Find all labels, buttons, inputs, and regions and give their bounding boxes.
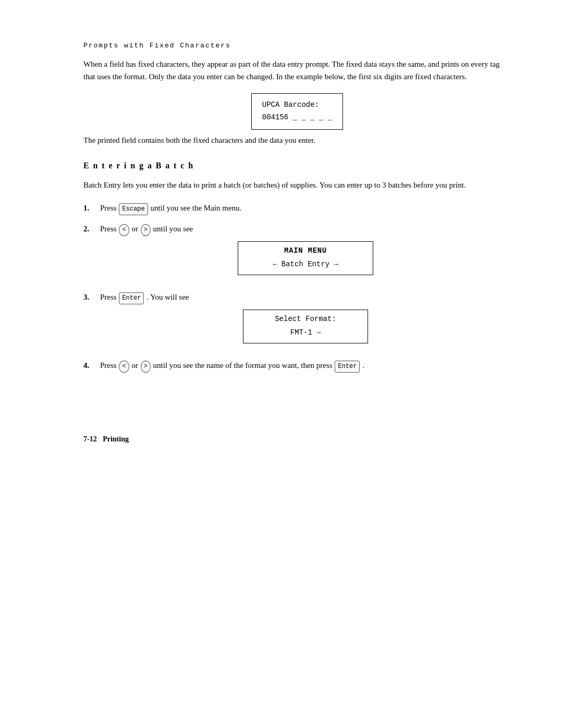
step-4-before: Press: [100, 361, 117, 369]
step-2-before: Press: [100, 225, 117, 233]
upca-line1: UPCA Barcode:: [262, 99, 332, 112]
main-menu-label: Batch Entry: [282, 258, 329, 270]
step-4: 4. Press < or > until you see the name o…: [83, 359, 511, 373]
enter-key-1: Enter: [119, 292, 144, 304]
step-1-before: Press: [100, 204, 117, 212]
step-2-after: until you see: [153, 225, 193, 233]
upca-display-box: UPCA Barcode: 004156 _ _ _ _ _: [251, 93, 343, 130]
step-1-content: Press Escape until you see the Main menu…: [100, 202, 511, 215]
prompts-section-title: Prompts with Fixed Characters: [83, 42, 511, 50]
step-3-content: Press Enter . You will see Select Format…: [100, 291, 511, 352]
step-3: 3. Press Enter . You will see Select For…: [83, 291, 511, 352]
step-3-after: . You will see: [146, 293, 189, 301]
select-format-box: Select Format: FMT-1 →: [243, 310, 368, 343]
main-menu-box: MAIN MENU ← Batch Entry →: [238, 241, 373, 275]
left-arrow-btn-1: <: [119, 224, 129, 236]
main-menu-left-arrow: ←: [273, 258, 277, 270]
upca-box-wrapper: UPCA Barcode: 004156 _ _ _ _ _: [83, 93, 511, 130]
select-format-label: FMT-1: [290, 327, 312, 338]
step-4-or: or: [131, 361, 138, 369]
step-2-or: or: [131, 225, 138, 233]
step-4-content: Press < or > until you see the name of t…: [100, 359, 511, 373]
escape-key: Escape: [119, 203, 148, 215]
step-3-before: Press: [100, 293, 117, 301]
select-format-row: FMT-1 →: [243, 326, 368, 342]
step-3-num: 3.: [83, 291, 98, 303]
step-2-content: Press < or > until you see MAIN MENU ← B…: [100, 223, 511, 283]
step-4-num: 4.: [83, 359, 98, 372]
step-1-after: until you see the Main menu.: [150, 204, 241, 212]
main-menu-title: MAIN MENU: [238, 242, 373, 257]
footer: 7-12 Printing: [83, 435, 511, 443]
main-menu-right-arrow: →: [334, 258, 338, 270]
step-4-after: until you see the name of the format you…: [153, 361, 333, 369]
step-1: 1. Press Escape until you see the Main m…: [83, 202, 511, 215]
step-2: 2. Press < or > until you see MAIN MENU …: [83, 223, 511, 283]
enter-key-2: Enter: [335, 361, 360, 373]
main-menu-row: ← Batch Entry →: [238, 257, 373, 274]
left-arrow-btn-2: <: [119, 361, 129, 373]
upca-line2: 004156 _ _ _ _ _: [262, 112, 332, 124]
right-arrow-btn-1: >: [141, 224, 151, 236]
post-box-text: The printed field contains both the fixe…: [83, 134, 511, 146]
step-2-num: 2.: [83, 223, 98, 235]
select-format-right-arrow: →: [316, 327, 321, 338]
entering-batch-heading: E n t e r i n g a B a t c h: [83, 161, 511, 170]
footer-page-ref: 7-12: [83, 435, 97, 443]
right-arrow-btn-2: >: [141, 361, 151, 373]
step-1-num: 1.: [83, 202, 98, 214]
steps-list: 1. Press Escape until you see the Main m…: [83, 202, 511, 373]
footer-label: Printing: [103, 435, 129, 443]
select-format-title: Select Format:: [243, 310, 368, 326]
batch-intro-text: Batch Entry lets you enter the data to p…: [83, 179, 511, 191]
intro-paragraph: When a field has fixed characters, they …: [83, 58, 511, 83]
step-4-end: .: [362, 361, 364, 369]
